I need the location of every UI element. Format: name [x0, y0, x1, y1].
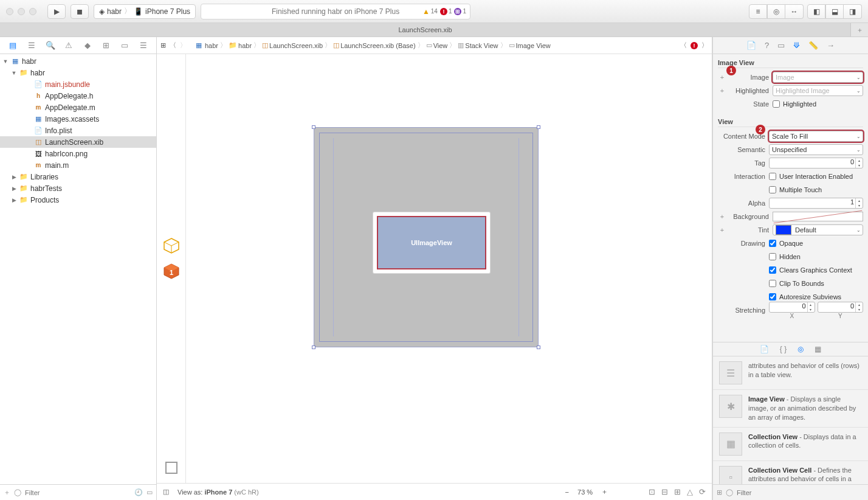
insp-tab-help[interactable]: ?	[765, 41, 769, 50]
errors-badge[interactable]: !1	[440, 8, 452, 15]
embed-in-icon[interactable]: ⊡	[649, 487, 655, 496]
insp-tab-identity[interactable]: ▭	[777, 41, 785, 50]
run-button[interactable]: ▶	[47, 4, 66, 19]
clip-checkbox[interactable]	[769, 280, 776, 287]
uie-checkbox[interactable]	[769, 173, 776, 180]
highlighted-combo[interactable]: Highlighted Image⌄	[773, 85, 863, 96]
opaque-checkbox[interactable]	[769, 240, 776, 247]
tree-group-products[interactable]: ▶📁Products	[0, 194, 156, 206]
tree-file-launchscreen[interactable]: ◫LaunchScreen.xib	[0, 136, 156, 148]
nav-tab-reports[interactable]: ☰	[138, 41, 149, 50]
update-frames-icon[interactable]: ⟳	[699, 487, 706, 496]
artboard-view[interactable]: UIImageView	[314, 127, 539, 347]
library-item-collectionviewcell[interactable]: ▫ Collection View Cell - Defines the att…	[713, 461, 868, 484]
state-highlighted-checkbox[interactable]	[773, 100, 780, 108]
add-variation-icon[interactable]: +	[718, 87, 726, 94]
tab-add-button[interactable]: ＋	[851, 23, 868, 36]
add-variation-icon[interactable]: +	[718, 74, 726, 81]
activity-viewer[interactable]: Finished running habr on iPhone 7 Plus ▲…	[201, 4, 470, 19]
toggle-inspector[interactable]: ◨	[844, 4, 862, 19]
jump-next-issue[interactable]: 〉	[701, 41, 708, 50]
jump-folder[interactable]: habr	[238, 42, 252, 49]
nav-tab-debug[interactable]: ⊞	[100, 41, 111, 50]
jump-imageview[interactable]: Image View	[516, 42, 551, 49]
hidden-checkbox[interactable]	[769, 253, 776, 260]
tests-badge[interactable]: ⊞1	[454, 8, 466, 15]
tree-file-main-m[interactable]: mmain.m	[0, 159, 156, 171]
editor-standard[interactable]: ≡	[749, 4, 767, 19]
related-items-icon[interactable]: ⊞	[160, 41, 166, 49]
image-combo[interactable]: Image⌄	[773, 72, 863, 83]
nav-tab-tests[interactable]: ◆	[82, 41, 93, 50]
jump-prev-issue[interactable]: 〈	[680, 41, 687, 50]
multitouch-checkbox[interactable]	[769, 186, 776, 193]
background-colorwell[interactable]	[773, 212, 863, 221]
outline-toggle-icon[interactable]	[162, 459, 181, 477]
zoom-out-button[interactable]: −	[565, 488, 569, 496]
tree-project-root[interactable]: ▼▦habr	[0, 55, 156, 67]
stretch-x-field[interactable]: 0▴▾	[769, 302, 815, 313]
lib-tab-snippet[interactable]: { }	[780, 345, 787, 353]
library-item-imageview[interactable]: ✱ Image View - Displays a single image, …	[713, 390, 868, 428]
jump-stack[interactable]: Stack View	[465, 42, 498, 49]
tree-file-info[interactable]: 📄Info.plist	[0, 125, 156, 136]
nav-tab-issues[interactable]: ⚠	[63, 41, 74, 50]
add-variation-icon[interactable]: +	[718, 226, 726, 234]
insp-tab-attributes[interactable]: ⟱	[793, 41, 800, 50]
alpha-field[interactable]: 1▴▾	[769, 198, 863, 209]
align-icon[interactable]: ⊟	[661, 487, 668, 496]
close-window[interactable]	[6, 8, 13, 15]
resolve-issues-icon[interactable]: △	[687, 487, 693, 496]
grid-view-icon[interactable]: ⊞	[717, 488, 722, 496]
clears-checkbox[interactable]	[769, 266, 776, 274]
scm-filter-icon[interactable]: ▭	[146, 488, 153, 496]
outline-toggle-footer-icon[interactable]: ◫	[163, 488, 169, 496]
toggle-debug-area[interactable]: ⬓	[825, 4, 844, 19]
zoom-level[interactable]: 73 %	[577, 488, 593, 496]
insp-tab-file[interactable]: 📄	[746, 41, 756, 50]
tag-field[interactable]: 0▴▾	[769, 158, 863, 168]
zoom-in-button[interactable]: ＋	[601, 487, 608, 496]
warnings-badge[interactable]: ▲14	[422, 7, 438, 16]
recent-filter-icon[interactable]: 🕘	[134, 488, 143, 496]
editor-assistant[interactable]: ◎	[767, 4, 785, 19]
jump-project[interactable]: habr	[205, 42, 218, 49]
library-item-tablecell-partial[interactable]: ☰ attributes and behavior of cells (rows…	[713, 356, 868, 390]
jump-file[interactable]: LaunchScreen.xib	[269, 42, 323, 49]
tree-group-app[interactable]: ▼📁habr	[0, 67, 156, 78]
tree-file-appdelegate-m[interactable]: mAppDelegate.m	[0, 102, 156, 113]
insp-tab-connections[interactable]: →	[827, 41, 835, 50]
library-item-collectionview[interactable]: ▦ Collection View - Displays data in a c…	[713, 428, 868, 461]
jump-variant[interactable]: LaunchScreen.xib (Base)	[340, 42, 416, 49]
semantic-combo[interactable]: Unspecified⌄	[769, 144, 863, 155]
tab-launchscreen[interactable]: LaunchScreen.xib	[0, 23, 851, 36]
canvas[interactable]: UIImageView	[186, 54, 712, 483]
tint-combo[interactable]: Default⌄	[773, 224, 863, 235]
nav-tab-find[interactable]: 🔍	[45, 41, 56, 50]
jump-fwd-icon[interactable]: 〉	[180, 41, 187, 50]
scheme-selector[interactable]: ◈ habr 〉 📱 iPhone 7 Plus	[94, 4, 196, 19]
tree-group-tests[interactable]: ▶📁habrTests	[0, 182, 156, 194]
placeholder-cube-icon[interactable]	[162, 237, 181, 255]
image-view-element[interactable]: UIImageView	[373, 212, 490, 273]
stretch-y-field[interactable]: 0▴▾	[818, 302, 864, 313]
add-variation-icon[interactable]: +	[718, 213, 726, 220]
issue-indicator-icon[interactable]: !	[691, 42, 698, 49]
lib-tab-media[interactable]: ▦	[815, 345, 821, 353]
jump-view[interactable]: View	[433, 42, 448, 49]
jump-back-icon[interactable]: 〈	[170, 41, 176, 50]
add-target-icon[interactable]: ＋	[4, 488, 10, 497]
insp-tab-size[interactable]: 📏	[808, 41, 818, 50]
lib-tab-object[interactable]: ◎	[797, 345, 804, 353]
tree-file-jsbundle[interactable]: 📄main.jsbundle	[0, 78, 156, 90]
scene-cube-icon[interactable]: 1	[162, 262, 181, 280]
content-mode-combo[interactable]: Scale To Fill⌄	[769, 131, 863, 142]
editor-version[interactable]: ↔	[785, 4, 804, 19]
pin-icon[interactable]: ⊞	[674, 487, 681, 496]
stack-view[interactable]: UIImageView	[319, 133, 533, 342]
autoresize-checkbox[interactable]	[769, 293, 776, 300]
navigator-filter-input[interactable]	[25, 489, 131, 496]
view-as-control[interactable]: View as: iPhone 7 (wC hR)	[177, 488, 259, 496]
tree-file-images[interactable]: ▦Images.xcassets	[0, 113, 156, 125]
toggle-navigator[interactable]: ◧	[807, 4, 825, 19]
